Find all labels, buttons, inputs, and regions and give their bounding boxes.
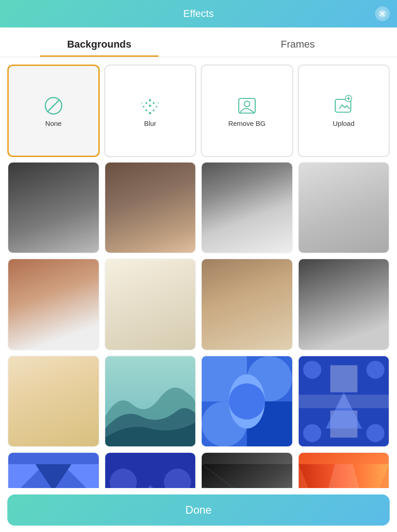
svg-point-5 <box>149 99 151 102</box>
svg-point-32 <box>366 360 385 379</box>
modal-header: Effects <box>0 0 397 27</box>
background-room5[interactable] <box>7 258 100 351</box>
tab-bar: Backgrounds Frames <box>0 27 397 57</box>
background-none[interactable]: None <box>7 65 100 157</box>
modal-title: Effects <box>183 8 214 20</box>
svg-point-11 <box>145 109 147 111</box>
pattern4-image <box>299 453 389 488</box>
blur-label: Blur <box>144 119 156 127</box>
background-pattern3[interactable] <box>201 452 293 488</box>
background-blur[interactable]: Blur <box>104 65 197 157</box>
tab-backgrounds[interactable]: Backgrounds <box>0 27 198 57</box>
room4-image <box>299 163 389 253</box>
svg-point-34 <box>366 424 385 442</box>
background-room8[interactable] <box>298 258 390 351</box>
effects-modal: Effects Backgrounds Frames <box>0 0 397 532</box>
svg-point-15 <box>158 103 159 104</box>
svg-rect-38 <box>299 394 389 408</box>
removebg-label: Remove BG <box>228 119 266 127</box>
background-room1[interactable] <box>7 162 100 254</box>
removebg-icon <box>235 94 259 119</box>
mountain-image <box>105 356 196 447</box>
room1-image <box>8 163 99 253</box>
svg-point-14 <box>141 103 143 104</box>
background-pattern4[interactable] <box>298 452 390 488</box>
svg-point-10 <box>156 106 157 108</box>
background-room7[interactable] <box>201 258 293 351</box>
background-removebg[interactable]: Remove BG <box>201 65 293 157</box>
background-room2[interactable] <box>104 162 197 254</box>
room6-image <box>105 259 196 350</box>
svg-point-13 <box>149 112 151 114</box>
upload-icon <box>332 94 355 119</box>
background-pattern2[interactable] <box>104 452 197 488</box>
background-room4[interactable] <box>298 162 390 254</box>
svg-point-7 <box>153 102 155 104</box>
background-geo1[interactable] <box>201 355 293 448</box>
room2-image <box>105 163 196 253</box>
background-room3[interactable] <box>201 162 293 254</box>
background-room6[interactable] <box>104 258 197 351</box>
close-button[interactable] <box>375 6 390 21</box>
pattern1-image <box>8 453 99 488</box>
room5-image <box>8 259 99 350</box>
none-label: None <box>45 119 62 127</box>
svg-point-33 <box>303 424 321 442</box>
none-icon <box>42 94 65 119</box>
background-pattern1[interactable] <box>7 452 100 488</box>
room8-image <box>299 259 389 350</box>
svg-point-17 <box>244 101 250 107</box>
background-room9[interactable] <box>7 355 100 448</box>
blur-icon <box>138 94 162 119</box>
svg-point-9 <box>149 105 151 107</box>
backgrounds-content: None <box>0 57 397 488</box>
modal-footer: Done <box>0 488 397 532</box>
svg-line-4 <box>48 100 59 112</box>
tab-frames[interactable]: Frames <box>198 27 397 57</box>
svg-rect-51 <box>202 464 292 488</box>
background-geo2[interactable] <box>298 355 390 448</box>
svg-point-8 <box>143 106 145 108</box>
svg-point-31 <box>303 360 321 379</box>
background-upload[interactable]: Upload <box>298 65 390 157</box>
svg-rect-29 <box>229 383 265 419</box>
background-mountain[interactable] <box>104 355 197 448</box>
room3-image <box>202 163 292 253</box>
pattern3-image <box>202 453 292 488</box>
room7-image <box>202 259 292 350</box>
upload-label: Upload <box>333 119 354 127</box>
backgrounds-grid: None <box>7 65 390 488</box>
done-button[interactable]: Done <box>7 494 390 526</box>
svg-point-12 <box>153 109 155 111</box>
svg-point-6 <box>145 102 147 104</box>
geo1-image <box>202 356 292 447</box>
svg-rect-35 <box>330 365 357 392</box>
room9-image <box>8 356 99 447</box>
geo2-image <box>299 356 389 447</box>
pattern2-image <box>105 453 196 488</box>
